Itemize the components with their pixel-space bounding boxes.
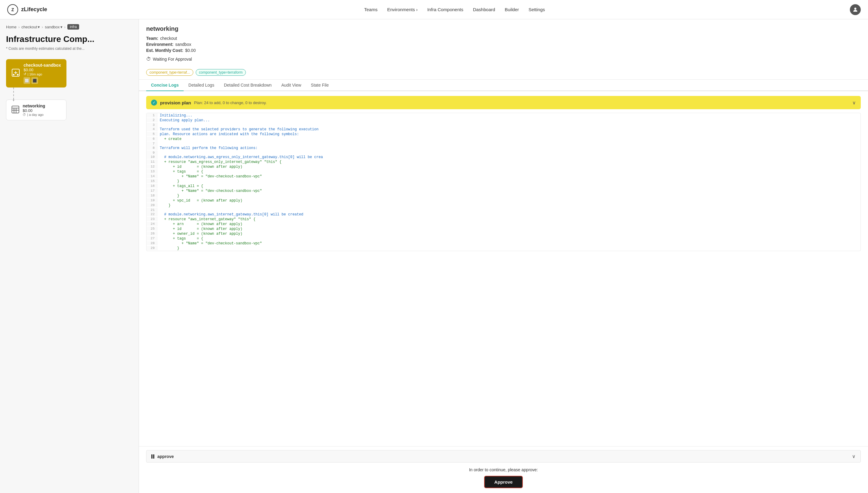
check-circle-icon: ✓: [151, 100, 157, 106]
provision-plan-banner[interactable]: ✓ provision plan Plan: 24 to add, 0 to c…: [146, 96, 861, 109]
nav-settings[interactable]: Settings: [528, 7, 545, 12]
breadcrumb-sep-1: ›: [18, 25, 20, 29]
nav-infra-components[interactable]: Infra Components: [427, 7, 463, 12]
code-line: 20 }: [146, 203, 861, 208]
checkout-icon-2: ⬛: [32, 77, 38, 84]
right-panel: networking Team: checkout Environment: s…: [139, 19, 868, 493]
code-line: 14 + "Name" = "dev-checkout-sandbox-vpc": [146, 174, 861, 179]
line-number: 23: [146, 217, 157, 221]
user-menu[interactable]: [850, 4, 861, 15]
team-label: Team:: [146, 36, 158, 41]
topnav: Z zLifecycle Teams Environments › Infra …: [0, 0, 868, 19]
code-line: 18 }: [146, 193, 861, 198]
tab-state-file[interactable]: State File: [306, 80, 334, 91]
node-checkout-sandbox[interactable]: checkout-sandbox $0.00 ↺ | 16m ago ⬜ ⬛: [6, 59, 66, 87]
chevron-right-icon: ›: [416, 7, 418, 12]
line-number: 6: [146, 137, 157, 141]
line-number: 25: [146, 227, 157, 231]
breadcrumb-sep-2: ›: [42, 25, 43, 29]
component-meta: Team: checkout Environment: sandbox Est.…: [146, 36, 861, 53]
line-number: 2: [146, 118, 157, 122]
component-header: networking Team: checkout Environment: s…: [139, 19, 868, 80]
line-content: }: [157, 246, 182, 251]
env-label: Environment:: [146, 42, 173, 47]
line-content: + tags = {: [157, 236, 206, 241]
breadcrumb-sep-3: ›: [64, 25, 65, 29]
tag-terraform[interactable]: component_type=terraform: [196, 69, 246, 76]
breadcrumb-active: infra: [67, 24, 79, 29]
node-networking[interactable]: networking $0.00 ⏱ | a day ago: [6, 100, 66, 121]
line-number: 15: [146, 179, 157, 183]
line-content: [157, 123, 162, 123]
approve-button[interactable]: Approve: [484, 476, 523, 488]
user-avatar-icon[interactable]: [850, 4, 861, 15]
line-content: [157, 208, 162, 209]
line-content: Terraform used the selected providers to…: [157, 127, 321, 132]
line-number: 27: [146, 236, 157, 240]
code-line: 11 + resource "aws_egress_only_internet_…: [146, 159, 861, 165]
provision-title: provision plan: [160, 100, 191, 105]
log-container[interactable]: ✓ provision plan Plan: 24 to add, 0 to c…: [139, 91, 868, 446]
line-number: 28: [146, 241, 157, 245]
nav-environments[interactable]: Environments ›: [387, 7, 418, 12]
line-number: 8: [146, 146, 157, 150]
approve-section: approve ∨ In order to continue, please a…: [139, 446, 868, 493]
history-icon: ⏱: [23, 113, 26, 116]
line-content: # module.networking.aws_internet_gateway…: [157, 212, 306, 217]
app-name: zLifecycle: [21, 6, 47, 13]
svg-point-2: [13, 74, 15, 76]
line-content: + resource "aws_egress_only_internet_gat…: [157, 159, 284, 165]
code-line: 16 + tags_all = {: [146, 184, 861, 189]
code-line: 21: [146, 208, 861, 212]
line-number: 7: [146, 142, 157, 146]
tabs-bar: Concise Logs Detailed Logs Detailed Cost…: [139, 80, 868, 91]
svg-rect-4: [12, 106, 19, 113]
checkout-node-name: checkout-sandbox: [24, 63, 61, 68]
code-line: 13 + tags = {: [146, 169, 861, 174]
svg-point-0: [854, 7, 856, 10]
code-line: 29 }: [146, 246, 861, 251]
code-line: 26 + owner_id = (known after apply): [146, 231, 861, 236]
line-number: 19: [146, 198, 157, 202]
line-content: + create: [157, 137, 184, 142]
cost-value: $0.00: [185, 48, 196, 53]
node-connector: [13, 87, 14, 100]
breadcrumb-checkout[interactable]: checkout ▾: [21, 25, 40, 29]
line-number: 4: [146, 127, 157, 131]
line-content: Initializing...: [157, 113, 195, 118]
code-line: 4Terraform used the selected providers t…: [146, 127, 861, 132]
tab-detailed-logs[interactable]: Detailed Logs: [184, 80, 219, 91]
breadcrumb-home[interactable]: Home: [6, 25, 17, 29]
line-content: Executing apply plan...: [157, 118, 212, 123]
line-number: 17: [146, 189, 157, 193]
line-number: 22: [146, 212, 157, 216]
line-number: 18: [146, 193, 157, 198]
checkout-node-time: ↺ | 16m ago: [24, 72, 61, 76]
svg-point-3: [17, 74, 18, 76]
line-content: [157, 142, 162, 142]
line-number: 1: [146, 113, 157, 117]
tab-concise-logs[interactable]: Concise Logs: [146, 80, 184, 91]
code-line: 8Terraform will perform the following ac…: [146, 146, 861, 151]
infra-graph: checkout-sandbox $0.00 ↺ | 16m ago ⬜ ⬛: [0, 54, 139, 493]
approve-banner[interactable]: approve ∨: [146, 450, 861, 463]
line-content: Terraform will perform the following act…: [157, 146, 260, 151]
tag-terraform-type[interactable]: component_type=terraf...: [146, 69, 193, 76]
team-row: Team: checkout: [146, 36, 861, 41]
nav-teams[interactable]: Teams: [364, 7, 378, 12]
app-logo[interactable]: Z zLifecycle: [7, 4, 47, 15]
code-line: 5plan. Resource actions are indicated wi…: [146, 132, 861, 137]
code-line: 10 # module.networking.aws_egress_only_i…: [146, 155, 861, 159]
breadcrumb-sandbox[interactable]: sandbox ▾: [45, 25, 62, 29]
line-content: + "Name" = "dev-checkout-sandbox-vpc": [157, 189, 264, 193]
nav-dashboard[interactable]: Dashboard: [473, 7, 495, 12]
line-number: 24: [146, 222, 157, 226]
networking-node-icon: [11, 105, 20, 115]
line-content: + tags_all = {: [157, 184, 206, 189]
nav-builder[interactable]: Builder: [505, 7, 519, 12]
tab-audit-view[interactable]: Audit View: [276, 80, 306, 91]
tab-detailed-cost[interactable]: Detailed Cost Breakdown: [219, 80, 276, 91]
checkout-node-icons: ⬜ ⬛: [24, 77, 61, 84]
code-line: 19 + vpc_id = (known after apply): [146, 198, 861, 203]
page-title: Infrastructure Comp...: [0, 32, 139, 45]
